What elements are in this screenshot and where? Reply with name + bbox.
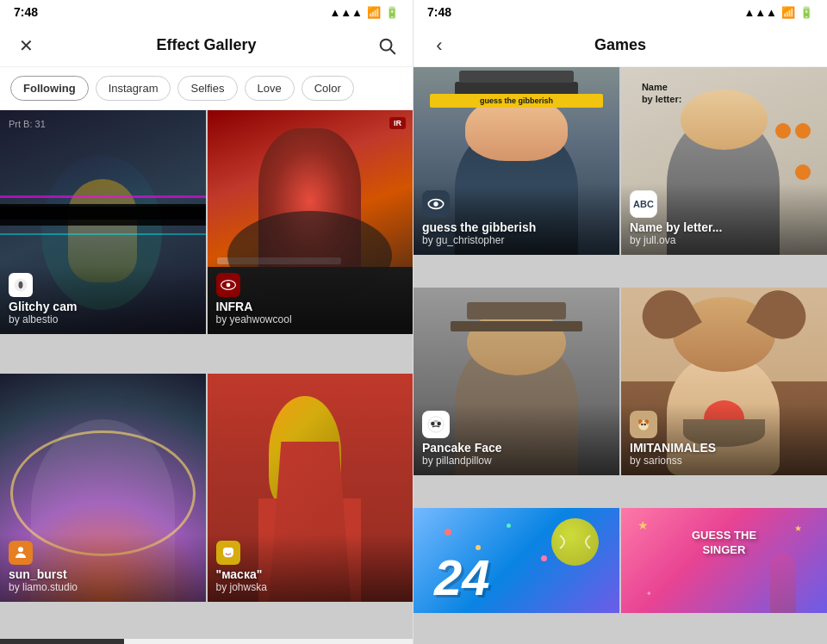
gibberish-banner: guess the gibberish [430, 94, 603, 108]
maska-author: by johwska [216, 581, 405, 593]
singer-text: GUESS THESINGER [692, 529, 756, 558]
left-header-title: Effect Gallery [156, 36, 256, 54]
mask-icon [221, 545, 236, 560]
effect-sunburst[interactable]: sun_burst by liamo.studio [0, 374, 206, 602]
filter-tab-following[interactable]: Following [10, 76, 89, 101]
imitanimales-overlay: IMITANIMALES by sarionss [621, 404, 827, 475]
dot2 [795, 123, 811, 139]
maska-icon-row [216, 541, 405, 565]
svg-point-7 [433, 201, 438, 206]
prt-label: Prt B: 31 [9, 119, 46, 129]
search-button[interactable] [375, 34, 399, 58]
pancake-name: Pancake Face [422, 441, 611, 455]
pancake-app-icon [422, 411, 450, 438]
games-grid: guess the gibberish guess the gibberish … [414, 67, 827, 644]
imitanimales-name: IMITANIMALES [630, 441, 818, 455]
ir-badge: IR [389, 117, 406, 129]
gibberish-overlay: guess the gibberish by gu_christopher [414, 183, 619, 255]
infra-icon [216, 273, 240, 297]
person-icon [13, 545, 28, 560]
glitchy-author: by albestio [9, 313, 197, 325]
nameletter-icon-row: ABC [630, 190, 818, 218]
nameletter-author: by jull.ova [630, 234, 818, 246]
imitanimales-app-icon [630, 411, 657, 438]
effect-maska[interactable]: "маска" by johwska [208, 374, 414, 602]
dots-container [775, 123, 811, 139]
imitanimales-icon-row [630, 411, 818, 438]
star2: ★ [794, 523, 802, 533]
filter-tab-love[interactable]: Love [245, 76, 295, 101]
game-24-number: 24 [434, 553, 490, 603]
game-gibberish[interactable]: guess the gibberish guess the gibberish … [414, 67, 619, 255]
svg-point-5 [18, 547, 23, 552]
nameletter-name: Name by letter... [630, 220, 818, 234]
game-nameletter[interactable]: Nameby letter: ABC Name by letter... by … [621, 67, 827, 255]
back-icon: ‹ [436, 34, 442, 57]
gibberish-author: by gu_christopher [422, 234, 611, 246]
singer-text-wrapper: GUESS THESINGER [692, 529, 756, 558]
eye-icon [427, 198, 445, 210]
right-header: ‹ Games [414, 24, 827, 67]
glitchy-icon-row [9, 273, 197, 297]
wifi-icon: 📶 [367, 6, 381, 19]
left-panel: 7:48 ▲▲▲ 📶 🔋 ✕ Effect Gallery Following … [0, 0, 414, 644]
svg-point-8 [428, 417, 444, 432]
filter-tab-selfies[interactable]: Selfies [177, 76, 237, 101]
pancake-icon-svg [426, 415, 445, 434]
svg-point-17 [644, 424, 646, 426]
back-button[interactable]: ‹ [427, 34, 451, 58]
game-imitanimales[interactable]: IMITANIMALES by sarionss [621, 288, 827, 475]
close-button[interactable]: ✕ [14, 34, 38, 58]
svg-point-9 [431, 422, 435, 426]
game-pancake[interactable]: Pancake Face by pillandpillow [414, 288, 619, 475]
search-icon [377, 36, 396, 55]
effect-infra[interactable]: IR INFRA by yeahwowcool [208, 110, 414, 334]
left-time: 7:48 [14, 5, 38, 19]
infra-name: INFRA [216, 300, 405, 313]
infra-author: by yeahwowcool [216, 313, 405, 325]
right-battery-icon: 🔋 [799, 6, 813, 19]
game-singer[interactable]: GUESS THESINGER ★ ★ ✦ [621, 508, 827, 613]
filter-tab-instagram[interactable]: Instagram [96, 76, 171, 101]
svg-point-10 [437, 422, 441, 426]
sunburst-author: by liamo.studio [9, 581, 197, 593]
game-24-bg: 24 [414, 508, 619, 613]
effect-glitchy-cam[interactable]: Glitchy cam by albestio Prt B: 31 [0, 110, 206, 334]
pancake-overlay: Pancake Face by pillandpillow [414, 404, 619, 475]
glitchy-icon [9, 273, 33, 297]
effects-grid: Glitchy cam by albestio Prt B: 31 IR [0, 110, 413, 639]
infra-icon-row [216, 273, 405, 297]
right-status-bar: 7:48 ▲▲▲ 📶 🔋 [414, 0, 827, 24]
pancake-author: by pillandpillow [422, 455, 611, 467]
eye-icon [221, 280, 236, 290]
filter-tab-color[interactable]: Color [302, 76, 354, 101]
gibberish-app-icon [422, 190, 450, 218]
tennis-ball [551, 518, 599, 566]
sunburst-icon-row [9, 541, 197, 565]
right-time: 7:48 [427, 5, 451, 19]
star1: ★ [637, 518, 649, 532]
right-signal-icon: ▲▲▲ [743, 6, 777, 19]
right-status-icons: ▲▲▲ 📶 🔋 [743, 6, 813, 19]
glitchy-overlay: Glitchy cam by albestio [0, 266, 206, 334]
nameletter-app-icon: ABC [630, 190, 657, 218]
singer-bg: GUESS THESINGER ★ ★ ✦ [621, 508, 827, 613]
right-panel: 7:48 ▲▲▲ 📶 🔋 ‹ Games guess [414, 0, 827, 644]
dot1 [775, 123, 791, 139]
battery-icon: 🔋 [385, 6, 399, 19]
glitchy-name: Glitchy cam [9, 300, 197, 313]
gibberish-name: guess the gibberish [422, 220, 611, 234]
game-24[interactable]: 24 [414, 508, 619, 613]
tennis-lines [551, 518, 599, 566]
dog-icon [635, 416, 652, 433]
pancake-icon-row [422, 411, 611, 438]
nameletter-overlay: ABC Name by letter... by jull.ova [621, 183, 827, 255]
close-icon: ✕ [19, 35, 34, 56]
right-wifi-icon: 📶 [781, 6, 795, 19]
dot3 [795, 164, 811, 180]
maska-overlay: "маска" by johwska [208, 534, 414, 602]
maska-name: "маска" [216, 567, 405, 581]
progress-bar [0, 639, 124, 644]
left-status-icons: ▲▲▲ 📶 🔋 [329, 6, 399, 19]
filter-tabs: Following Instagram Selfies Love Color [0, 67, 413, 110]
